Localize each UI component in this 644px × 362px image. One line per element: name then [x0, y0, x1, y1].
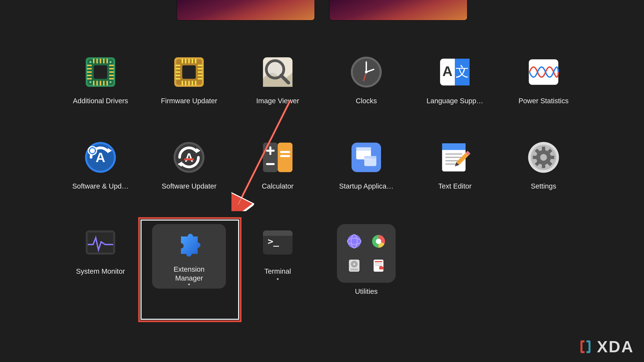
- svg-point-59: [365, 71, 368, 73]
- svg-point-52: [268, 63, 282, 76]
- network-globe-icon: [345, 232, 364, 251]
- svg-text:A: A: [185, 151, 193, 164]
- workspace-thumb-1[interactable]: [177, 0, 314, 20]
- windows-icon: [348, 139, 385, 176]
- svg-point-25: [90, 81, 92, 83]
- app-label: Additional Drivers: [73, 96, 128, 105]
- app-power-statistics[interactable]: Power Statistics: [499, 54, 588, 105]
- svg-rect-122: [375, 261, 382, 262]
- app-label: Software & Upd…: [72, 182, 129, 191]
- svg-rect-93: [442, 143, 466, 150]
- app-software-updater[interactable]: A Software Updater: [145, 139, 233, 191]
- svg-point-105: [540, 154, 547, 161]
- app-label: Software Updater: [162, 182, 216, 191]
- running-indicator-dot: [188, 284, 190, 285]
- magnifier-photo-icon: [259, 54, 296, 90]
- svg-rect-110: [263, 233, 292, 236]
- svg-rect-71: [95, 150, 96, 151]
- svg-point-116: [376, 239, 381, 244]
- language-icon: A 文: [436, 54, 473, 90]
- clock-icon: [348, 54, 385, 90]
- svg-rect-120: [350, 269, 358, 271]
- svg-text:A: A: [442, 63, 453, 79]
- app-language-support[interactable]: A 文 Language Supp…: [410, 54, 499, 105]
- app-label: Utilities: [355, 287, 378, 296]
- svg-text:>_: >_: [268, 236, 279, 247]
- app-label: Terminal: [264, 267, 291, 276]
- puzzle-piece-icon: [170, 228, 208, 262]
- app-label: Startup Applica…: [339, 182, 394, 191]
- app-software-updates[interactable]: A Software & Upd…: [56, 139, 145, 191]
- app-settings[interactable]: Settings: [499, 139, 588, 191]
- svg-text:A: A: [96, 150, 105, 165]
- svg-rect-124: [375, 265, 382, 266]
- app-label: Extension Manager: [159, 265, 219, 283]
- svg-point-24: [110, 61, 112, 63]
- svg-point-26: [110, 81, 112, 83]
- app-folder-utilities[interactable]: Utilities: [322, 224, 410, 296]
- xda-watermark: XDA: [577, 338, 634, 356]
- software-updater-icon: A: [170, 139, 208, 176]
- app-label: Calculator: [262, 182, 294, 191]
- workspace-switcher[interactable]: [0, 0, 644, 20]
- svg-rect-72: [92, 147, 93, 148]
- svg-rect-70: [89, 150, 90, 151]
- app-firmware-updater[interactable]: Firmware Updater: [145, 54, 233, 105]
- svg-rect-123: [375, 263, 382, 264]
- svg-rect-29: [182, 65, 196, 79]
- document-viewer-icon: [369, 256, 388, 275]
- xda-bracket-icon: [577, 338, 594, 355]
- disks-icon: [345, 256, 364, 275]
- svg-text:文: 文: [456, 64, 469, 79]
- waveform-icon: [525, 54, 562, 90]
- terminal-icon: >_: [259, 224, 296, 261]
- workspace-thumb-2[interactable]: [330, 0, 467, 20]
- app-additional-drivers[interactable]: Additional Drivers: [56, 54, 145, 105]
- software-updates-icon: A: [82, 139, 119, 176]
- system-monitor-icon: [82, 224, 119, 261]
- app-clocks[interactable]: Clocks: [322, 54, 410, 105]
- disk-usage-pie-icon: [369, 232, 388, 251]
- app-calculator[interactable]: Calculator: [234, 139, 322, 191]
- svg-rect-73: [92, 153, 93, 154]
- svg-rect-104: [542, 147, 545, 151]
- app-text-editor[interactable]: Text Editor: [410, 139, 499, 191]
- app-image-viewer[interactable]: Image Viewer: [234, 54, 322, 105]
- app-grid: Additional Drivers Firmware Upda: [56, 54, 588, 296]
- app-label: System Monitor: [76, 267, 125, 276]
- app-label: Settings: [531, 182, 556, 191]
- app-label: Power Statistics: [518, 96, 568, 105]
- svg-rect-89: [356, 147, 371, 151]
- app-label: Clocks: [356, 96, 377, 105]
- svg-point-23: [90, 61, 92, 63]
- app-extension-manager[interactable]: Extension Manager: [145, 224, 233, 296]
- app-system-monitor[interactable]: System Monitor: [56, 224, 145, 296]
- running-indicator-dot: [277, 278, 278, 280]
- calculator-icon: [259, 139, 296, 176]
- app-label: Language Supp…: [426, 96, 483, 105]
- app-terminal[interactable]: >_ Terminal: [234, 224, 322, 296]
- svg-rect-2: [94, 65, 107, 79]
- svg-point-112: [347, 234, 361, 248]
- folder-tile: [337, 224, 396, 283]
- app-label: Image Viewer: [256, 96, 299, 105]
- app-startup-applications[interactable]: Startup Applica…: [322, 139, 410, 191]
- text-editor-icon: [436, 139, 473, 176]
- svg-rect-91: [364, 156, 376, 159]
- app-label: Firmware Updater: [161, 96, 217, 105]
- chip-icon: [170, 54, 208, 90]
- chip-icon: [82, 54, 119, 90]
- app-highlighted-tile: Extension Manager: [152, 224, 226, 289]
- app-label: Text Editor: [438, 182, 472, 191]
- gear-icon: [525, 139, 562, 176]
- xda-text: XDA: [597, 338, 634, 356]
- svg-rect-81: [278, 143, 292, 172]
- svg-point-119: [353, 263, 355, 265]
